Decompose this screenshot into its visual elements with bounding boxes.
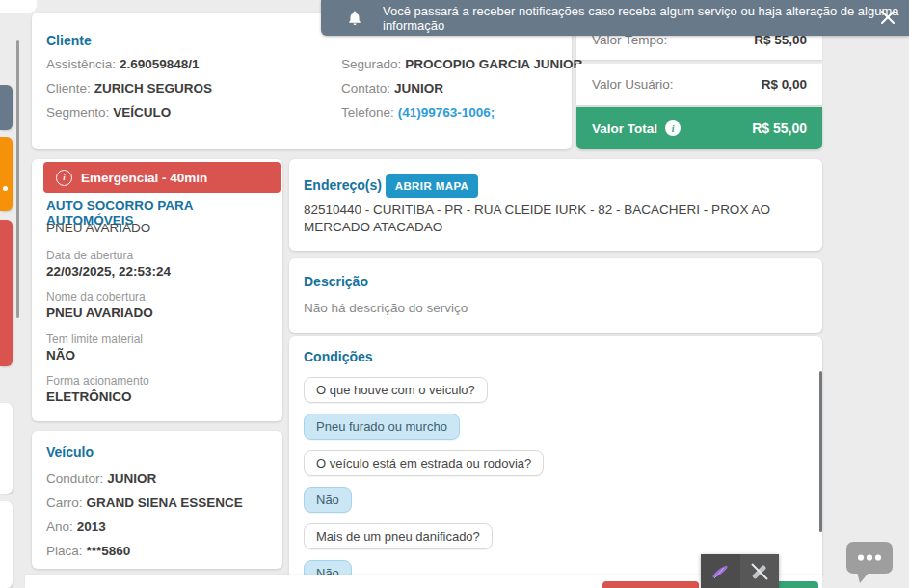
valor-total-row: Valor Total R$ 55,00 (576, 107, 822, 149)
conditions-scrollbar[interactable] (819, 371, 822, 532)
condition-chip-question: O que houve com o veiculo? (304, 377, 488, 403)
description-card-title: Descrição (304, 274, 368, 289)
valor-usuario-row: Valor Usuário: R$ 0,00 (576, 64, 822, 105)
carro-field: Carro:GRAND SIENA ESSENCE (46, 495, 243, 510)
feather-pen-icon[interactable] (701, 554, 740, 588)
list-card-edge-orange[interactable] (0, 137, 13, 211)
placa-field: Placa:***5860 (46, 544, 130, 558)
cliente-field: Cliente:ZURICH SEGUROS (46, 81, 212, 95)
segmento-field: Segmento:VEÍCULO (46, 105, 171, 120)
contato-field: Contato:JUNIOR (341, 81, 443, 95)
conditions-card: Condições O que houve com o veiculo? Pne… (289, 336, 822, 575)
service-detail-screen: Cliente Assistência:2.69059848/1 Cliente… (0, 0, 909, 588)
address-card: Endereço(s) ABRIR MAPA 82510440 - CURITI… (289, 159, 822, 251)
info-icon[interactable] (665, 120, 681, 136)
top-left-card-corner (0, 0, 37, 13)
chat-bubble-icon[interactable] (844, 538, 895, 588)
condition-chip-question: O veículo está em estrada ou rodovia? (304, 450, 544, 476)
pen-slash-icon[interactable] (740, 554, 780, 588)
phone-link[interactable]: (41)99763-1006; (398, 105, 495, 120)
service-subtitle: PNEU AVARIADO (46, 221, 150, 235)
open-map-button[interactable]: ABRIR MAPA (386, 174, 478, 198)
data-abertura-field: Data de abertura 22/03/2025, 22:53:24 (46, 249, 171, 279)
service-card: Emergencial - 40min AUTO SOCORRO PARA AU… (32, 159, 282, 421)
list-card-edge-white-1[interactable] (0, 403, 13, 494)
condition-chip-answer: Não (304, 487, 352, 513)
valor-usuario-value: R$ 0,00 (762, 77, 807, 92)
ano-field: Ano:2013 (46, 520, 106, 534)
emergency-banner-label: Emergencial - 40min (81, 171, 207, 185)
orange-card-dot (3, 186, 8, 191)
reject-button[interactable] (602, 581, 699, 588)
conditions-card-title: Condições (304, 349, 373, 364)
address-card-title: Endereço(s) (304, 177, 382, 193)
address-text: 82510440 - CURITIBA - PR - RUA CLEIDE IU… (304, 201, 790, 236)
list-card-edge-white-2[interactable] (0, 501, 13, 588)
condutor-field: Condutor:JUNIOR (46, 471, 156, 486)
forma-acionamento-field: Forma acionamento ELETRÔNICO (46, 374, 149, 404)
description-card: Descrição Não há descrição do serviço (289, 258, 822, 333)
condition-chip-question: Mais de um pneu danificado? (304, 523, 493, 549)
info-icon (56, 170, 72, 186)
condition-chip-answer: Pneu furado ou murcho (304, 414, 460, 440)
notification-text: Você passará a receber notificações caso… (383, 4, 909, 33)
description-text: Não há descrição do serviço (304, 301, 468, 315)
list-card-edge-red[interactable] (0, 220, 13, 366)
notification-bar: Você passará a receber notificações caso… (321, 0, 909, 36)
segurado-field: Segurado:PROCOPIO GARCIA JUNIOR (341, 57, 582, 71)
emergency-banner: Emergencial - 40min (43, 162, 281, 193)
close-icon[interactable] (878, 8, 897, 27)
assistencia-field: Assistência:2.69059848/1 (46, 57, 200, 71)
list-card-edge-slate[interactable] (0, 85, 13, 130)
nome-cobertura-field: Nome da cobertura PNEU AVARIADO (46, 290, 153, 320)
limite-material-field: Tem limite material NÃO (46, 333, 143, 362)
telefone-field: Telefone:(41)99763-1006; (341, 105, 495, 120)
left-panel-scrollbar[interactable] (16, 40, 19, 318)
valor-total-value: R$ 55,00 (752, 120, 807, 136)
client-card-title: Cliente (46, 33, 92, 48)
bell-icon (346, 10, 363, 27)
condition-chip-answer: Não (304, 560, 352, 575)
vehicle-card-title: Veículo (46, 444, 94, 460)
vehicle-card: Veículo Condutor:JUNIOR Carro:GRAND SIEN… (32, 431, 282, 569)
annotation-toolbar (701, 554, 779, 588)
